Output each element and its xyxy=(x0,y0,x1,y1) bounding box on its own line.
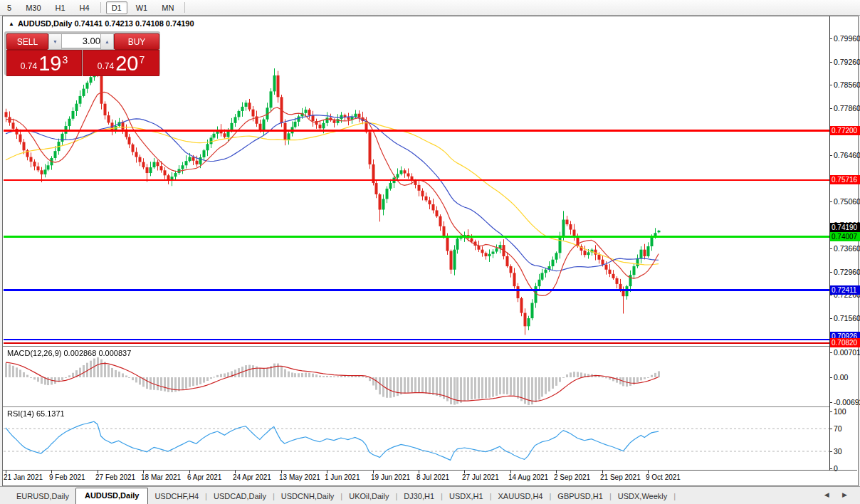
chart-tab-USDX-H1[interactable]: USDX,H1 xyxy=(443,489,490,504)
chart-tab-USDCAD-Daily[interactable]: USDCAD,Daily xyxy=(207,489,273,504)
date-label: 9 Oct 2021 xyxy=(646,473,681,481)
date-label: 19 Jun 2021 xyxy=(371,473,410,481)
date-label: 24 Apr 2021 xyxy=(233,473,271,481)
date-label: 21 Sep 2021 xyxy=(600,473,641,481)
bid-quote-button[interactable]: 0.74 19 3 xyxy=(6,50,82,76)
macd-panel-divider[interactable] xyxy=(3,346,829,347)
rsi-panel-divider[interactable] xyxy=(3,406,829,407)
price-badge-0.74007: 0.74007 xyxy=(830,232,860,241)
toolbar-separator xyxy=(100,2,101,13)
price-badge-0.70820: 0.70820 xyxy=(830,338,860,347)
date-label: 14 Aug 2021 xyxy=(508,473,548,481)
chart-tab-EURUSD-Daily[interactable]: EURUSD,Daily xyxy=(10,489,75,504)
macd-axis-label: -0.006923 xyxy=(834,398,860,406)
price-badge-0.77200: 0.77200 xyxy=(830,126,860,135)
chart-tab-AUDUSD-Daily[interactable]: AUDUSD,Daily xyxy=(75,488,148,504)
ask-quote-button[interactable]: 0.74 20 7 xyxy=(83,50,159,76)
rsi-indicator-canvas[interactable] xyxy=(4,407,829,470)
price-tick-label: 0.73660 xyxy=(834,244,860,253)
tab-separator: | xyxy=(673,489,676,504)
timeframe-button-M30[interactable]: M30 xyxy=(20,1,46,14)
rsi-axis-label: 30 xyxy=(834,447,842,456)
price-tick-label: 0.79960 xyxy=(834,34,860,43)
chart-tab-UKOil-Daily[interactable]: UKOil,Daily xyxy=(342,489,395,504)
price-tick-label: 0.72960 xyxy=(834,268,860,276)
buy-button[interactable]: BUY xyxy=(114,33,159,50)
date-label: 21 Jan 2021 xyxy=(4,473,43,481)
volume-input[interactable]: 3.00 xyxy=(61,33,104,48)
hline-0.74007[interactable] xyxy=(4,236,829,238)
hline-0.70820[interactable] xyxy=(4,342,829,344)
price-badge-0.75716: 0.75716 xyxy=(830,175,860,184)
date-label: 6 Apr 2021 xyxy=(187,473,221,481)
rsi-axis-label: 0 xyxy=(834,464,838,473)
price-axis-line xyxy=(829,16,830,471)
bid-price-pipette: 3 xyxy=(62,54,68,65)
chart-tab-USDCHF-H4[interactable]: USDCHF,H4 xyxy=(148,489,205,504)
price-badge-0.74190: 0.74190 xyxy=(830,223,860,232)
sell-button[interactable]: SELL xyxy=(6,33,48,50)
date-label: 13 May 2021 xyxy=(279,473,320,481)
toolbar-separator xyxy=(184,2,185,13)
macd-axis-label: 0.007015 xyxy=(834,348,860,357)
date-ruler-line xyxy=(3,470,857,471)
timeframe-button-MN[interactable]: MN xyxy=(156,1,179,14)
price-tick-label: 0.76460 xyxy=(834,151,860,159)
chart-tab-bar: EURUSD,DailyAUDUSD,DailyUSDCHF,H4|USDCAD… xyxy=(0,486,860,504)
hline-0.70926[interactable] xyxy=(4,339,829,340)
date-label: 9 Feb 2021 xyxy=(49,473,85,481)
price-tick-label: 0.75060 xyxy=(834,197,860,206)
price-tick-label: 0.71560 xyxy=(834,314,860,322)
ask-price-big: 20 xyxy=(115,53,138,74)
chart-tab-XAUUSD-H4[interactable]: XAUUSD,H4 xyxy=(492,489,550,504)
timeframe-button-H1[interactable]: H1 xyxy=(50,1,71,14)
chart-tab-DJ30-H1[interactable]: DJ30,H1 xyxy=(397,489,441,504)
macd-label: MACD(12,26,9) 0.002868 0.000837 xyxy=(7,349,131,357)
price-badge-0.72411: 0.72411 xyxy=(830,285,860,295)
timeframe-button-5[interactable]: 5 xyxy=(1,1,17,14)
hline-0.72411[interactable] xyxy=(4,289,829,291)
date-label: 2 Sep 2021 xyxy=(554,473,590,481)
timeframe-button-W1[interactable]: W1 xyxy=(130,1,154,14)
bid-price-big: 19 xyxy=(38,53,61,74)
timeframe-button-H4[interactable]: H4 xyxy=(74,1,95,14)
rsi-label: RSI(14) 65.1371 xyxy=(7,409,65,418)
date-label: 27 Feb 2021 xyxy=(95,473,135,481)
timeframe-toolbar[interactable]: 5M30H1H4D1W1MN xyxy=(0,0,860,16)
volume-increase-button[interactable]: ▲ xyxy=(100,33,114,50)
timeframe-button-D1[interactable]: D1 xyxy=(106,1,127,14)
rsi-axis-label: 100 xyxy=(834,407,846,416)
chart-tab-USDCNH-Daily[interactable]: USDCNH,Daily xyxy=(275,489,341,504)
ask-price-small: 0.74 xyxy=(98,61,114,74)
price-tick-label: 0.78560 xyxy=(834,80,860,89)
price-tick-label: 0.77860 xyxy=(834,104,860,112)
date-label: 18 Mar 2021 xyxy=(141,473,181,481)
rsi-axis-label: 70 xyxy=(834,424,842,433)
price-tick-label: 0.79260 xyxy=(834,58,860,66)
bid-price-small: 0.74 xyxy=(21,61,37,74)
date-label: 8 Jul 2021 xyxy=(416,473,449,481)
ask-price-pipette: 7 xyxy=(139,54,145,65)
chart-tab-USDX-Weekly[interactable]: USDX,Weekly xyxy=(612,489,673,504)
hline-0.75716[interactable] xyxy=(4,179,829,181)
chart-tab-GBPUSD-H1[interactable]: GBPUSD,H1 xyxy=(551,489,609,504)
hline-0.77200[interactable] xyxy=(4,130,829,132)
volume-decrease-button[interactable]: ▼ xyxy=(48,33,62,50)
macd-axis-label: 0.00 xyxy=(834,373,848,382)
tab-scroll-arrows[interactable]: ◀ ▶ xyxy=(824,491,853,498)
date-label: 1 Jun 2021 xyxy=(325,473,360,481)
date-label: 27 Jul 2021 xyxy=(462,473,499,481)
